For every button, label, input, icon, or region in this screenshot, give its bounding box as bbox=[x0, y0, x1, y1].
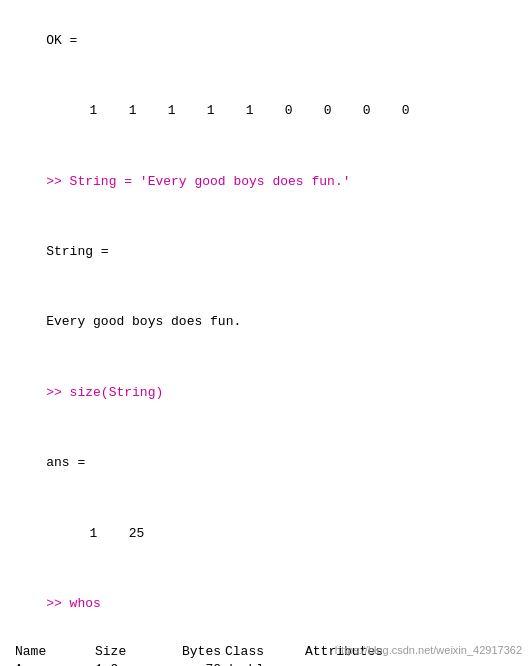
cell-name-0: A bbox=[15, 662, 95, 666]
ans-value: 1 25 bbox=[66, 526, 144, 541]
ans-label-line: ans = bbox=[15, 432, 517, 494]
string-assign-prompt: >> String = 'Every good boys does fun.' bbox=[46, 174, 350, 189]
whos-prompt-line: >> whos bbox=[15, 573, 517, 635]
col-header-size: Size bbox=[95, 644, 155, 659]
whos-prompt: >> whos bbox=[46, 596, 101, 611]
table-body: A 1x9 72 double B 1x9 72 double OK 1x9 9… bbox=[15, 661, 517, 666]
ans-label: ans = bbox=[46, 455, 85, 470]
ok-label-line: OK = bbox=[15, 10, 517, 72]
cell-attrs-0 bbox=[305, 662, 405, 666]
col-header-class: Class bbox=[225, 644, 305, 659]
size-prompt: >> size(String) bbox=[46, 385, 163, 400]
number-row-line: 1 1 1 1 1 0 0 0 0 bbox=[35, 80, 517, 142]
size-prompt-line: >> size(String) bbox=[15, 362, 517, 424]
col-header-bytes: Bytes bbox=[155, 644, 225, 659]
string-value: Every good boys does fun. bbox=[46, 314, 241, 329]
ans-value-line: 1 25 bbox=[35, 503, 517, 565]
number-row: 1 1 1 1 1 0 0 0 0 bbox=[66, 103, 409, 118]
content-area: OK = 1 1 1 1 1 0 0 0 0 >> String = 'Ever… bbox=[15, 10, 517, 666]
cell-class-0: double bbox=[225, 662, 305, 666]
string-assign-prompt-line: >> String = 'Every good boys does fun.' bbox=[15, 151, 517, 213]
string-label: String = bbox=[46, 244, 108, 259]
string-label-line: String = bbox=[15, 221, 517, 283]
table-row: A 1x9 72 double bbox=[15, 661, 517, 666]
col-header-name: Name bbox=[15, 644, 95, 659]
cell-bytes-0: 72 bbox=[155, 662, 225, 666]
ok-label: OK = bbox=[46, 33, 77, 48]
cell-size-0: 1x9 bbox=[95, 662, 155, 666]
string-value-line: Every good boys does fun. bbox=[15, 292, 517, 354]
watermark: https://blog.csdn.net/weixin_42917362 bbox=[335, 644, 522, 656]
